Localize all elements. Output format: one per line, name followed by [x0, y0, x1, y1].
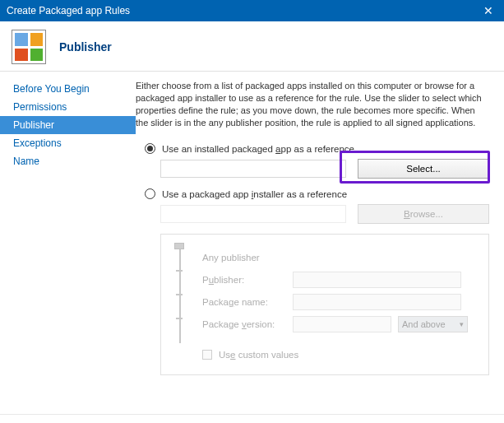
use-custom-checkbox	[202, 350, 212, 360]
label-package-name: Package name:	[202, 297, 293, 307]
app-icon	[12, 30, 46, 64]
option-installed-app[interactable]: Use an installed packaged app as a refer…	[136, 143, 489, 154]
title-bar: Create Packaged app Rules ✕	[0, 0, 504, 21]
wizard-header: Publisher	[0, 21, 504, 72]
option-installer[interactable]: Use a packaged app installer as a refere…	[136, 188, 489, 199]
properties-box: Any publisher Publisher: Package name: P…	[160, 234, 489, 375]
publisher-field	[293, 272, 461, 288]
version-combo: And above	[398, 316, 468, 332]
close-icon[interactable]: ✕	[473, 0, 504, 21]
wizard-nav: Before You Begin Permissions Publisher E…	[0, 72, 136, 414]
installer-path-field	[160, 205, 346, 223]
nav-publisher[interactable]: Publisher	[0, 116, 136, 134]
page-title: Publisher	[59, 40, 112, 53]
nav-name[interactable]: Name	[0, 152, 136, 170]
label-package-version: Package version:	[202, 319, 293, 329]
radio-installed[interactable]	[145, 143, 155, 154]
nav-exceptions[interactable]: Exceptions	[0, 134, 136, 152]
intro-text: Either choose from a list of packaged ap…	[136, 80, 489, 128]
browse-button: BBrowse...rowse...	[358, 204, 489, 224]
package-version-field	[293, 316, 391, 332]
radio-installer[interactable]	[145, 188, 155, 199]
label-publisher: Publisher:	[202, 275, 293, 285]
slider-thumb[interactable]	[174, 243, 184, 249]
use-custom-values: Use custom values	[202, 350, 480, 360]
nav-before-you-begin[interactable]: Before You Begin	[0, 80, 136, 98]
package-name-field	[293, 294, 461, 310]
nav-permissions[interactable]: Permissions	[0, 98, 136, 116]
specificity-slider[interactable]	[176, 246, 192, 353]
select-button[interactable]: Select...	[358, 159, 489, 179]
wizard-footer: < Previous Next > Create Cancel	[0, 414, 504, 423]
label-any-publisher: Any publisher	[202, 253, 293, 263]
window-title: Create Packaged app Rules	[7, 5, 130, 16]
installed-app-field	[160, 160, 346, 178]
